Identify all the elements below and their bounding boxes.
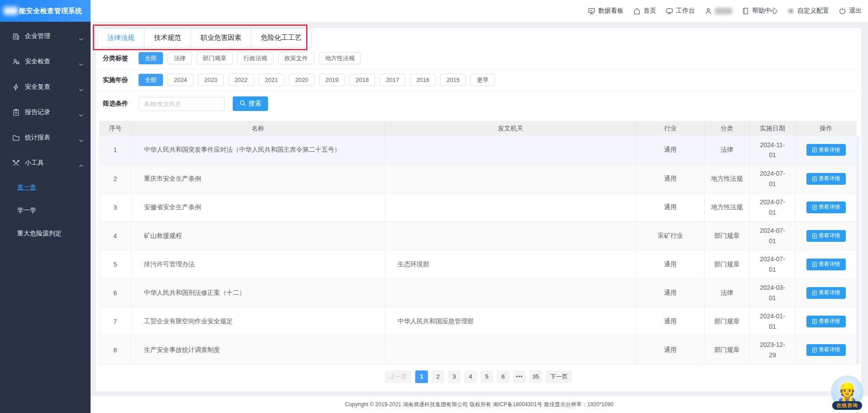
category-chip-admin-regulation[interactable]: 行政法规 <box>237 52 273 64</box>
year-chip-all[interactable]: 全部 <box>139 74 163 86</box>
topbar-item-custom-config[interactable]: 自定义配置 <box>787 7 829 15</box>
redacted-username <box>715 8 732 14</box>
year-chip-2022[interactable]: 2022 <box>228 74 254 86</box>
chevron-down-icon <box>79 86 83 89</box>
pagination-page-3[interactable]: 3 <box>448 370 460 383</box>
col-header-no: 序号 <box>100 121 131 136</box>
category-chip-dept-regulation[interactable]: 部门规章 <box>197 52 233 64</box>
table-row: 6 中华人民共和国刑法修正案（十二） 通用 法律 2024-03-01 查看详情 <box>100 279 857 307</box>
sidebar-item-tools[interactable]: 小工具 <box>0 150 91 176</box>
cell-category: 部门规章 <box>705 250 750 279</box>
cell-industry: 通用 <box>637 136 705 164</box>
topbar-item-help-center[interactable]: 帮助中心 <box>742 7 777 15</box>
cell-category: 部门规章 <box>705 307 750 336</box>
sidebar-item-statistics[interactable]: 统计报表 <box>0 125 91 150</box>
view-detail-button[interactable]: 查看详情 <box>806 230 846 242</box>
cell-industry: 通用 <box>637 336 705 364</box>
topbar-item-label: 首页 <box>643 7 656 15</box>
results-table: 序号 名称 发文机关 行业 分类 实施日期 操作 1 中华人民共和国突发事件应对… <box>99 121 857 365</box>
sidebar-item-enterprise[interactable]: 企业管理 <box>0 24 91 49</box>
tab-label: 技术规范 <box>154 34 181 42</box>
category-chip-all[interactable]: 全部 <box>139 52 163 64</box>
category-chip-policy-doc[interactable]: 政策文件 <box>278 52 314 64</box>
sidebar-item-safety-inspection[interactable]: 安全检查 <box>0 49 91 74</box>
sidebar-subitem-label: 学一学 <box>17 206 36 215</box>
filter-row-search: 筛选条件 搜索 <box>96 91 861 116</box>
pagination-prev-button[interactable]: 上一页 <box>385 370 412 383</box>
pagination-page-5[interactable]: 5 <box>480 370 493 383</box>
view-detail-button[interactable]: 查看详情 <box>806 144 846 156</box>
cell-date: 2024-11-01 <box>750 136 796 164</box>
topbar-user[interactable] <box>705 7 732 15</box>
chevron-up-icon <box>79 162 83 165</box>
year-chip-2015[interactable]: 2015 <box>440 74 466 86</box>
table-row: 1 中华人民共和国突发事件应对法（中华人民共和国主席令第二十五号） 通用 法律 … <box>100 136 857 164</box>
view-detail-button[interactable]: 查看详情 <box>806 202 846 213</box>
pagination-page-2[interactable]: 2 <box>432 370 444 383</box>
sidebar-item-label: 企业管理 <box>25 32 50 40</box>
year-chip-2021[interactable]: 2021 <box>259 74 284 86</box>
search-input[interactable] <box>139 97 225 111</box>
cell-no: 5 <box>100 250 131 279</box>
tab-laws-regulations[interactable]: 法律法规 <box>97 28 144 48</box>
pagination-next-button[interactable]: 下一页 <box>546 370 572 383</box>
cell-category: 法律 <box>705 136 750 164</box>
statistics-folder-icon <box>12 134 20 142</box>
pagination-ellipsis[interactable]: ••• <box>513 370 526 383</box>
footer: Copyright © 2019-2021 湖南展通科技集团有限公司 版权所有 … <box>91 396 868 413</box>
year-chip-2023[interactable]: 2023 <box>198 74 224 86</box>
year-chip-2018[interactable]: 2018 <box>350 74 375 86</box>
tab-technical-specs[interactable]: 技术规范 <box>144 28 191 48</box>
topbar-item-workbench[interactable]: 工作台 <box>666 7 695 15</box>
cell-name: 重庆市安全生产条例 <box>131 164 385 193</box>
view-detail-button[interactable]: 查看详情 <box>806 287 846 299</box>
view-detail-button[interactable]: 查看详情 <box>806 316 846 327</box>
pagination-page-6[interactable]: 6 <box>497 370 509 383</box>
year-chip-2016[interactable]: 2016 <box>410 74 436 86</box>
table-scrollbar[interactable] <box>857 136 859 364</box>
sidebar-item-report-record[interactable]: 报告记录 <box>0 100 91 125</box>
tab-bar: 法律法规 技术规范 职业危害因素 危险化工工艺 <box>97 28 861 48</box>
view-detail-button[interactable]: 查看详情 <box>806 259 846 270</box>
search-icon <box>240 100 246 108</box>
cell-agency <box>385 136 637 164</box>
online-consult-badge[interactable]: 👷 在线咨询 <box>830 375 864 410</box>
pagination-page-35[interactable]: 35 <box>529 370 542 383</box>
cell-date: 2024-01-01 <box>750 307 796 336</box>
topbar-item-label: 工作台 <box>676 7 695 15</box>
topbar-item-home[interactable]: 首页 <box>633 7 656 15</box>
year-chip-2017[interactable]: 2017 <box>379 74 405 86</box>
category-chip-local-regulation[interactable]: 地方性法规 <box>319 52 361 64</box>
cell-actions: 查看详情 <box>796 250 857 279</box>
view-detail-button[interactable]: 查看详情 <box>806 344 846 356</box>
cell-date: 2024-07-01 <box>750 164 796 193</box>
tabs-section: 法律法规 技术规范 职业危害因素 危险化工工艺 <box>96 28 861 48</box>
year-chip-earlier[interactable]: 更早 <box>470 74 495 86</box>
app-title: 能安全检查管理系统 <box>19 7 82 15</box>
cell-agency <box>385 164 637 193</box>
col-header-agency: 发文机关 <box>385 121 637 136</box>
category-chip-law[interactable]: 法律 <box>168 52 192 64</box>
tab-hazardous-processes[interactable]: 危险化工工艺 <box>251 28 312 48</box>
year-chip-2020[interactable]: 2020 <box>289 74 315 86</box>
topbar-item-logout[interactable]: 退出 <box>839 7 862 15</box>
cell-no: 2 <box>100 164 131 193</box>
sidebar-item-label: 报告记录 <box>25 108 50 116</box>
pagination-page-4[interactable]: 4 <box>464 370 477 383</box>
tab-occupational-hazards[interactable]: 职业危害因素 <box>191 28 251 48</box>
search-button[interactable]: 搜索 <box>233 96 268 111</box>
view-detail-button[interactable]: 查看详情 <box>806 173 846 185</box>
sidebar-subitem-major-hazard[interactable]: 重大危险源判定 <box>0 222 91 245</box>
year-chip-2019[interactable]: 2019 <box>319 74 345 86</box>
cell-no: 7 <box>100 307 131 336</box>
pagination-page-1[interactable]: 1 <box>415 370 428 383</box>
sidebar-subitem-lookup[interactable]: 查一查 <box>0 176 91 199</box>
report-record-icon <box>12 109 20 116</box>
sidebar-subitem-learn[interactable]: 学一学 <box>0 199 91 222</box>
cell-date: 2024-07-01 <box>750 250 796 279</box>
year-chip-2024[interactable]: 2024 <box>168 74 193 86</box>
sidebar-item-safety-recheck[interactable]: 安全复查 <box>0 74 91 100</box>
cell-name: 生产安全事故统计调查制度 <box>131 336 385 364</box>
topbar-item-dashboard[interactable]: 数据看板 <box>588 7 623 15</box>
table-row: 2 重庆市安全生产条例 通用 地方性法规 2024-07-01 查看详情 <box>100 164 857 193</box>
